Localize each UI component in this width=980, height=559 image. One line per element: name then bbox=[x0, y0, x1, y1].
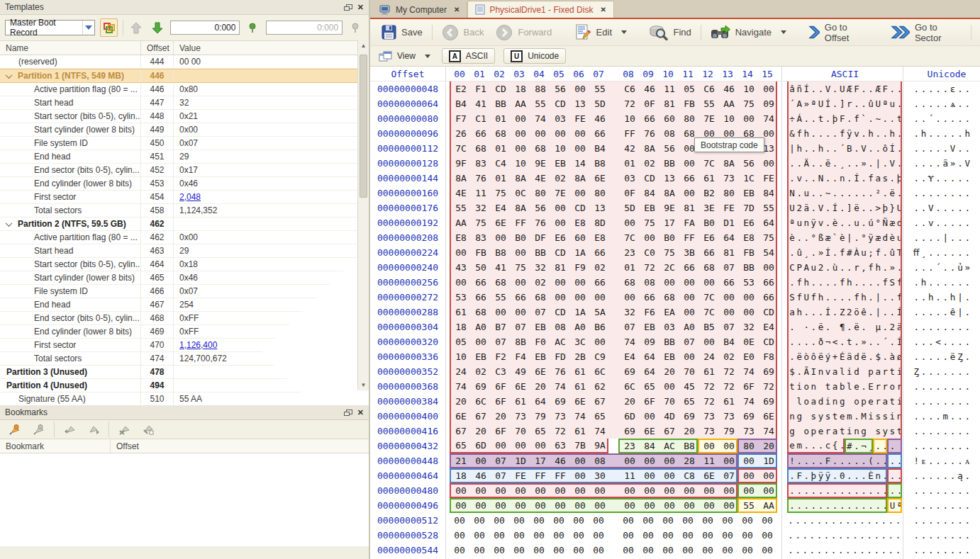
ascii-char[interactable]: â bbox=[789, 84, 796, 94]
ascii-char[interactable]: ; bbox=[867, 247, 874, 258]
hex-byte[interactable]: 66 bbox=[759, 292, 777, 303]
unicode-char[interactable]: . bbox=[949, 396, 956, 407]
hex-byte[interactable]: 74 bbox=[739, 366, 759, 377]
unicode-char[interactable]: ! bbox=[913, 456, 920, 466]
hex-byte[interactable]: 07 bbox=[530, 307, 550, 317]
ascii-char[interactable]: . bbox=[894, 515, 901, 526]
value-link[interactable]: 2,048 bbox=[179, 192, 201, 202]
ascii-char[interactable]: . bbox=[881, 322, 889, 332]
unicode-char[interactable]: . bbox=[949, 470, 956, 481]
hex-byte[interactable]: 81 bbox=[659, 98, 679, 109]
hex-byte[interactable]: 00 bbox=[529, 530, 549, 541]
ascii-char[interactable]: . bbox=[815, 530, 823, 541]
hex-byte[interactable]: 00 bbox=[450, 530, 469, 541]
hex-byte[interactable]: 00 bbox=[589, 545, 608, 555]
hex-byte[interactable]: 69 bbox=[471, 381, 491, 392]
hex-byte[interactable]: 73 bbox=[719, 411, 739, 422]
hex-byte[interactable]: E6 bbox=[550, 232, 570, 243]
hex-byte[interactable]: FE bbox=[719, 203, 739, 213]
next-bookmark-button[interactable] bbox=[84, 421, 103, 438]
ascii-char[interactable]: U bbox=[803, 292, 810, 303]
unicode-char[interactable]: . bbox=[964, 470, 971, 481]
unicode-char[interactable]: . bbox=[913, 337, 920, 347]
ascii-char[interactable]: e bbox=[853, 381, 860, 392]
column-header-bookmark[interactable]: Bookmark bbox=[0, 439, 110, 453]
hex-byte[interactable]: 66 bbox=[471, 292, 491, 303]
ascii-char[interactable]: ÿ bbox=[817, 470, 824, 481]
hex-byte[interactable]: 53 bbox=[739, 277, 759, 288]
hex-byte[interactable]: 00 bbox=[719, 500, 737, 511]
unicode-char[interactable]: h bbox=[920, 128, 927, 139]
ascii-char[interactable]: . bbox=[874, 441, 881, 451]
ascii-char[interactable]: s bbox=[824, 411, 831, 422]
unicode-char[interactable]: ѧ bbox=[949, 98, 956, 110]
navigate-button[interactable]: Navigate bbox=[708, 23, 789, 41]
previous-item-button[interactable] bbox=[128, 19, 145, 36]
hex-byte[interactable]: 00 bbox=[739, 307, 759, 317]
ascii-char[interactable]: ¶ bbox=[839, 322, 846, 332]
hex-byte[interactable]: 00 bbox=[509, 515, 529, 526]
hex-byte[interactable]: 8A bbox=[511, 173, 530, 183]
hex-byte[interactable]: AA bbox=[511, 98, 530, 109]
hex-byte[interactable]: 00 bbox=[570, 143, 590, 154]
unicode-char[interactable]: V bbox=[949, 143, 956, 154]
hex-byte[interactable]: 68 bbox=[491, 128, 511, 139]
hex-byte[interactable]: CD bbox=[550, 247, 570, 258]
ascii-char[interactable]: ä bbox=[846, 351, 853, 362]
hex-row[interactable]: 000000002886168000007CD1A5A32F6EA007C000… bbox=[370, 305, 980, 320]
ascii-char[interactable]: . bbox=[789, 247, 796, 258]
find-button[interactable]: Find bbox=[646, 23, 694, 42]
hex-byte[interactable]: 00 bbox=[570, 292, 590, 303]
hex-byte[interactable]: BB bbox=[530, 247, 550, 258]
ascii-char[interactable]: à bbox=[889, 351, 896, 362]
template-select[interactable]: Master Boot Record bbox=[5, 20, 95, 35]
chevron-down-icon[interactable] bbox=[6, 220, 13, 227]
hex-byte[interactable]: F6 bbox=[640, 307, 659, 317]
ascii-char[interactable]: . bbox=[881, 247, 889, 258]
hex-byte[interactable]: 0F bbox=[640, 98, 659, 109]
ascii-char[interactable]: Æ bbox=[874, 84, 881, 94]
ascii-char[interactable]: . bbox=[832, 247, 839, 258]
hex-byte[interactable]: E8 bbox=[570, 218, 590, 228]
ascii-char[interactable]: . bbox=[817, 277, 824, 288]
unicode-char[interactable]: . bbox=[928, 128, 935, 139]
unicode-char[interactable]: . bbox=[942, 277, 949, 288]
ascii-char[interactable]: ª bbox=[789, 218, 796, 228]
unicode-char[interactable]: . bbox=[957, 247, 964, 258]
hex-byte[interactable]: 66 bbox=[640, 292, 659, 303]
hex-byte[interactable]: 07 bbox=[679, 337, 699, 347]
ascii-char[interactable]: . bbox=[839, 203, 846, 213]
unicode-char[interactable]: . bbox=[913, 411, 920, 422]
ascii-char[interactable]: þ bbox=[810, 470, 817, 481]
ascii-char[interactable]: . bbox=[817, 84, 824, 94]
unicode-char[interactable]: . bbox=[913, 98, 920, 109]
hex-byte[interactable]: B0 bbox=[699, 218, 719, 228]
unicode-char[interactable]: . bbox=[920, 98, 927, 109]
hex-byte[interactable]: 55 bbox=[699, 98, 719, 109]
ascii-char[interactable]: F bbox=[853, 84, 860, 94]
unicode-char[interactable]: . bbox=[920, 218, 927, 228]
ascii-char[interactable]: ò bbox=[803, 351, 810, 362]
hex-byte[interactable]: BB bbox=[739, 262, 759, 273]
unicode-char[interactable]: . bbox=[928, 500, 935, 511]
ascii-char[interactable]: t bbox=[896, 426, 901, 436]
ascii-char[interactable]: l bbox=[796, 396, 803, 407]
save-button[interactable]: Save bbox=[379, 23, 425, 41]
ascii-char[interactable]: . bbox=[867, 500, 874, 511]
ascii-char[interactable]: . bbox=[873, 530, 880, 541]
ascii-char[interactable]: u bbox=[889, 98, 896, 109]
ascii-char[interactable]: i bbox=[889, 411, 896, 422]
hex-byte[interactable]: B0 bbox=[511, 232, 530, 243]
hex-row[interactable]: 0000000033610EBF2F4EBFD2BC9E464EB002402E… bbox=[370, 349, 980, 364]
ascii-char[interactable]: h bbox=[874, 262, 881, 273]
ascii-char[interactable]: . bbox=[881, 500, 887, 511]
hex-byte[interactable]: CD bbox=[550, 307, 570, 317]
ascii-char[interactable]: . bbox=[801, 545, 808, 555]
hex-byte[interactable]: 73 bbox=[699, 426, 719, 436]
hex-byte[interactable]: 66 bbox=[679, 262, 699, 273]
unicode-char[interactable]: . bbox=[942, 441, 949, 451]
ascii-char[interactable]: . bbox=[824, 203, 831, 213]
hex-byte[interactable]: FF bbox=[679, 232, 699, 243]
ascii-char[interactable]: . bbox=[889, 470, 896, 481]
hex-byte[interactable]: 70 bbox=[679, 366, 699, 377]
